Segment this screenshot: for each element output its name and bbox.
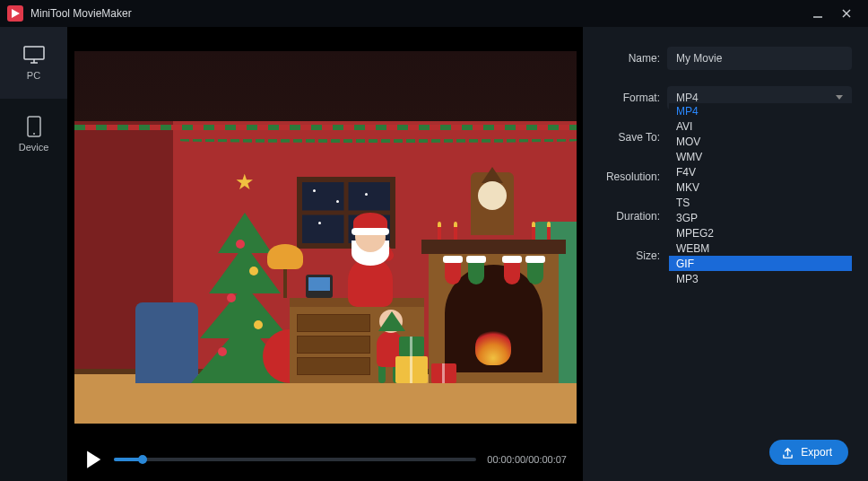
app-logo [7,5,23,22]
title-bar: MiniTool MovieMaker [0,0,868,27]
timeline-slider[interactable] [114,458,476,461]
sidebar-item-pc[interactable]: PC [0,27,67,99]
duration-label: Duration: [590,210,667,223]
format-option[interactable]: MP4 [669,103,852,118]
device-icon [22,117,46,136]
format-option[interactable]: GIF [669,256,852,271]
play-button[interactable] [83,450,103,469]
minimize-button[interactable] [803,0,832,27]
export-icon [782,447,794,459]
svg-point-7 [33,133,35,135]
sidebar-item-label: PC [27,70,40,81]
format-option[interactable]: WMV [669,149,852,164]
format-option[interactable]: MPEG2 [669,225,852,240]
preview-area: ★ [67,27,583,481]
timecode: 00:00:00/00:00:07 [487,454,567,465]
format-dropdown[interactable]: MP4AVIMOVWMVF4VMKVTS3GPMPEG2WEBMGIFMP3 [669,103,852,286]
format-option[interactable]: WEBM [669,240,852,256]
saveto-label: Save To: [590,131,667,144]
format-option[interactable]: TS [669,195,852,210]
format-value: MP4 [676,92,699,104]
caret-down-icon [836,95,843,103]
format-option[interactable]: F4V [669,164,852,179]
format-option[interactable]: MOV [669,134,852,149]
format-option[interactable]: MKV [669,179,852,195]
format-option[interactable]: MP3 [669,271,852,286]
sidebar: PC Device [0,27,67,481]
svg-rect-3 [24,47,44,59]
export-button[interactable]: Export [769,440,848,465]
monitor-icon [22,45,46,65]
name-label: Name: [590,52,667,65]
format-label: Format: [590,92,667,104]
resolution-label: Resolution: [590,171,667,183]
format-option[interactable]: AVI [669,118,852,134]
video-preview[interactable]: ★ [74,51,577,424]
format-option[interactable]: 3GP [669,210,852,225]
export-label: Export [801,446,832,459]
app-title: MiniTool MovieMaker [30,7,132,20]
name-input[interactable] [667,47,852,70]
player-controls: 00:00:00/00:00:07 [67,438,583,481]
size-label: Size: [590,249,667,262]
sidebar-item-label: Device [19,142,49,153]
close-button[interactable] [832,0,861,27]
sidebar-item-device[interactable]: Device [0,99,67,171]
export-panel: Name: Format: MP4 Save To: Resolution: D… [583,27,868,481]
